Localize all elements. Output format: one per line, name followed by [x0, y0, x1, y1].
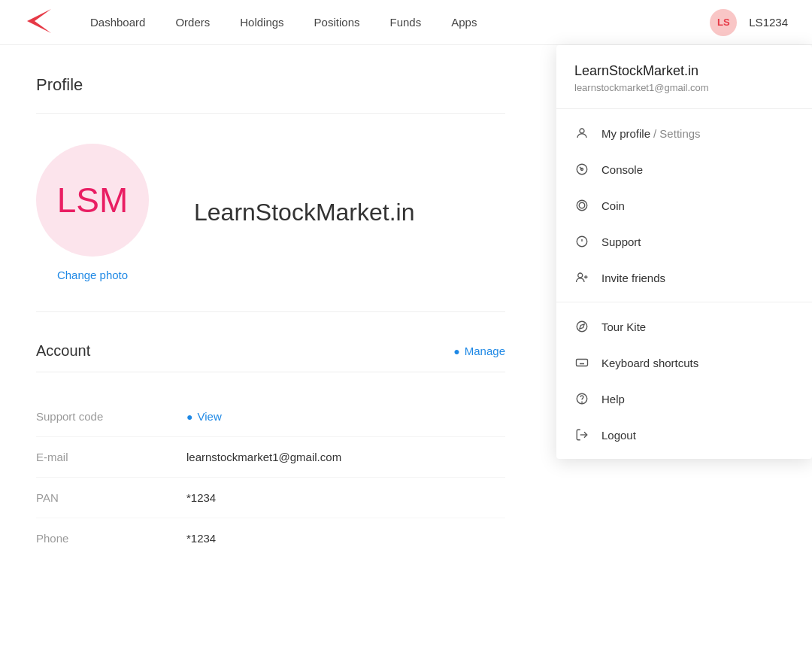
profile-divider — [36, 113, 505, 114]
support-label: Support — [601, 235, 641, 248]
view-label: View — [197, 410, 221, 423]
dropdown-item-keyboard[interactable]: Keyboard shortcuts — [556, 345, 812, 381]
profile-avatar: LSM — [36, 144, 149, 257]
help-label: Help — [601, 393, 625, 405]
profile-title: Profile — [36, 75, 505, 95]
coin-label: Coin — [601, 199, 625, 212]
pan-label: PAN — [36, 491, 186, 504]
change-photo-button[interactable]: Change photo — [57, 269, 128, 281]
dropdown-item-my-profile[interactable]: My profile / Settings — [556, 115, 812, 151]
view-icon: ● — [186, 411, 192, 423]
phone-label: Phone — [36, 532, 186, 545]
email-value: learnstockmarket1@gmail.com — [186, 451, 505, 463]
account-title: Account — [36, 342, 90, 360]
person-add-icon — [574, 270, 589, 285]
svg-point-1 — [580, 129, 584, 133]
main-content: Profile LSM Change photo LearnStockMarke… — [0, 45, 812, 659]
manage-icon: ● — [453, 345, 459, 357]
support-code-label: Support code — [36, 410, 186, 423]
nav-funds[interactable]: Funds — [389, 16, 421, 29]
phone-value: *1234 — [186, 532, 505, 545]
avatar-section: LSM Change photo — [36, 144, 149, 281]
account-top-divider — [36, 311, 505, 312]
email-label: E-mail — [36, 451, 186, 463]
svg-point-7 — [578, 273, 583, 278]
profile-name: LearnStockMarket.in — [194, 199, 414, 226]
svg-point-5 — [579, 202, 585, 208]
header: Dashboard Orders Holdings Positions Fund… — [0, 0, 812, 45]
settings-label: / Settings — [653, 127, 701, 140]
keyboard-label: Keyboard shortcuts — [601, 357, 698, 369]
dropdown-item-support[interactable]: Support — [556, 223, 812, 260]
account-section: Account ● Manage Support code ● View E-m… — [36, 342, 505, 558]
logout-icon — [574, 427, 589, 442]
nav-apps[interactable]: Apps — [451, 16, 477, 29]
svg-point-8 — [577, 321, 587, 332]
dropdown-menu: LearnStockMarket.in learnstockmarket1@gm… — [556, 45, 812, 459]
support-icon — [574, 234, 589, 249]
dropdown-username: LearnStockMarket.in — [574, 63, 794, 79]
user-avatar[interactable]: LS — [710, 9, 737, 36]
dropdown-item-coin[interactable]: Coin — [556, 187, 812, 223]
logout-label: Logout — [601, 429, 636, 442]
compass-icon — [574, 319, 589, 334]
header-right: LS LS1234 — [710, 9, 788, 36]
manage-link[interactable]: ● Manage — [453, 345, 505, 357]
dropdown-divider-1 — [556, 302, 812, 302]
my-profile-label: My profile — [601, 127, 650, 140]
svg-marker-0 — [27, 9, 51, 33]
pan-value: *1234 — [186, 491, 505, 504]
svg-point-4 — [577, 200, 587, 211]
dropdown-item-console[interactable]: Console — [556, 151, 812, 187]
account-divider — [36, 372, 505, 372]
nav-holdings[interactable]: Holdings — [240, 16, 283, 29]
svg-rect-9 — [577, 360, 588, 366]
pan-row: PAN *1234 — [36, 478, 505, 518]
console-label: Console — [601, 163, 643, 176]
svg-point-11 — [582, 402, 583, 402]
dropdown-item-tour[interactable]: Tour Kite — [556, 308, 812, 345]
account-header: Account ● Manage — [36, 342, 505, 360]
nav-orders[interactable]: Orders — [175, 16, 210, 29]
phone-row: Phone *1234 — [36, 518, 505, 558]
dropdown-email: learnstockmarket1@gmail.com — [574, 82, 794, 93]
nav-dashboard[interactable]: Dashboard — [90, 16, 145, 29]
invite-label: Invite friends — [601, 272, 665, 284]
my-profile-label-group: My profile / Settings — [601, 127, 701, 140]
main-nav: Dashboard Orders Holdings Positions Fund… — [90, 16, 710, 29]
dropdown-item-logout[interactable]: Logout — [556, 417, 812, 453]
profile-info: LSM Change photo LearnStockMarket.in — [36, 144, 505, 281]
gauge-icon — [574, 162, 589, 177]
coin-icon — [574, 198, 589, 213]
support-code-row: Support code ● View — [36, 396, 505, 437]
user-id[interactable]: LS1234 — [749, 16, 788, 29]
dropdown-item-invite[interactable]: Invite friends — [556, 260, 812, 296]
logo[interactable] — [24, 6, 54, 39]
email-row: E-mail learnstockmarket1@gmail.com — [36, 437, 505, 478]
dropdown-item-help[interactable]: Help — [556, 381, 812, 417]
tour-label: Tour Kite — [601, 320, 646, 333]
help-icon — [574, 391, 589, 406]
dropdown-header: LearnStockMarket.in learnstockmarket1@gm… — [556, 63, 812, 109]
person-icon — [574, 126, 589, 141]
keyboard-icon — [574, 355, 589, 370]
profile-section: Profile LSM Change photo LearnStockMarke… — [0, 45, 541, 659]
nav-positions[interactable]: Positions — [314, 16, 360, 29]
view-support-code[interactable]: ● View — [186, 410, 505, 423]
manage-label: Manage — [465, 345, 505, 357]
